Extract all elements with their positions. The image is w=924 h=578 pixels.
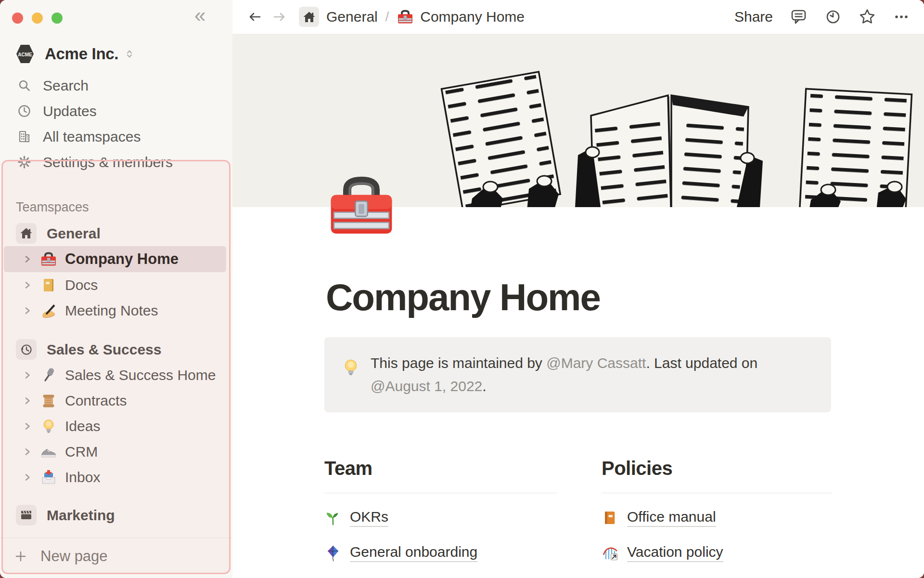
favorite-button[interactable] bbox=[859, 8, 876, 26]
minimize-button[interactable] bbox=[32, 13, 43, 24]
breadcrumb-page[interactable]: Company Home bbox=[397, 8, 525, 26]
divider bbox=[602, 493, 833, 493]
date-mention[interactable]: @August 1, 2022 bbox=[371, 378, 482, 394]
plus-icon bbox=[14, 550, 27, 563]
breadcrumb-teamspace[interactable]: General bbox=[326, 9, 378, 25]
lightbulb-icon bbox=[341, 357, 361, 378]
comment-icon bbox=[790, 9, 808, 25]
page-item-sales-success-home[interactable]: Sales & Success Home bbox=[0, 362, 232, 388]
more-options-button[interactable] bbox=[893, 9, 910, 25]
page-item-label: Docs bbox=[65, 277, 98, 293]
user-mention[interactable]: @Mary Cassatt bbox=[546, 355, 646, 371]
page-item-docs[interactable]: Docs bbox=[0, 272, 232, 298]
page-item-inbox[interactable]: Inbox bbox=[0, 464, 232, 490]
breadcrumb-page-label: Company Home bbox=[420, 9, 525, 25]
callout-text-segment: . bbox=[482, 378, 486, 394]
sidebar-item-label: Search bbox=[43, 78, 89, 94]
home-icon bbox=[303, 11, 316, 24]
breadcrumb: General / Company Home bbox=[247, 7, 525, 27]
back-button[interactable] bbox=[247, 10, 262, 24]
sneaker-icon bbox=[40, 443, 57, 460]
callout-block: This page is maintained by @Mary Cassatt… bbox=[324, 337, 831, 412]
team-column: Team OKRs bbox=[324, 458, 557, 578]
new-page-button[interactable]: New page bbox=[0, 542, 232, 570]
chevron-right-icon[interactable] bbox=[22, 395, 33, 406]
sidebar-item-updates[interactable]: Updates bbox=[0, 98, 232, 124]
teamspace-label: General bbox=[47, 225, 101, 242]
page-item-label: Ideas bbox=[65, 418, 100, 434]
page-link-label: OKRs bbox=[350, 509, 388, 527]
lightbulb-icon bbox=[40, 418, 57, 435]
sidebar-item-settings[interactable]: Settings & members bbox=[0, 149, 232, 175]
share-button[interactable]: Share bbox=[734, 9, 773, 25]
home-icon bbox=[16, 223, 37, 244]
comments-button[interactable] bbox=[790, 9, 808, 25]
page-item-crm[interactable]: CRM bbox=[0, 439, 232, 464]
clock-icon bbox=[17, 104, 32, 118]
sidebar-item-all-teamspaces[interactable]: All teamspaces bbox=[0, 124, 232, 149]
chevron-right-icon[interactable] bbox=[22, 305, 33, 316]
workspace-name: Acme Inc. bbox=[45, 45, 118, 63]
star-icon bbox=[859, 8, 876, 26]
gear-icon bbox=[17, 155, 32, 170]
zoom-button[interactable] bbox=[51, 13, 63, 24]
sidebar-item-label: Updates bbox=[43, 103, 97, 119]
sidebar: « ACME Acme Inc. Search bbox=[0, 0, 232, 578]
clock-icon bbox=[825, 9, 841, 25]
page-link-vacation-policy[interactable]: Vacation policy bbox=[602, 535, 833, 570]
sidebar-item-label: Settings & members bbox=[43, 154, 173, 171]
main-content: General / Company Home Share bbox=[232, 0, 924, 578]
teamspaces-section-label: Teamspaces bbox=[16, 200, 89, 215]
page-title: Company Home bbox=[326, 276, 600, 319]
seedling-icon bbox=[324, 509, 342, 526]
teamspace-general[interactable]: General bbox=[0, 221, 232, 246]
page-link-label: General onboarding bbox=[350, 544, 477, 562]
page-link-okrs[interactable]: OKRs bbox=[324, 500, 557, 535]
workspace-sort-icon bbox=[125, 49, 134, 59]
microphone-icon bbox=[40, 367, 57, 384]
page-link-whats-new[interactable]: What's new bbox=[324, 570, 557, 578]
acme-logo-icon: ACME bbox=[16, 44, 34, 64]
column-heading: Policies bbox=[602, 458, 833, 479]
page-link-office-manual[interactable]: Office manual bbox=[602, 500, 833, 535]
page-item-label: Company Home bbox=[65, 250, 179, 268]
page-item-label: Meeting Notes bbox=[65, 302, 158, 319]
page-link-label: Vacation policy bbox=[627, 544, 723, 562]
page-item-contracts[interactable]: Contracts bbox=[0, 388, 232, 413]
chevron-right-icon[interactable] bbox=[22, 472, 33, 483]
forward-button[interactable] bbox=[272, 10, 287, 24]
teamspace-marketing[interactable]: Marketing bbox=[0, 502, 232, 528]
sidebar-item-search[interactable]: Search bbox=[0, 73, 232, 98]
chevron-right-icon[interactable] bbox=[22, 254, 33, 264]
updates-history-button[interactable] bbox=[825, 9, 841, 25]
sidebar-collapse-icon[interactable]: « bbox=[194, 4, 205, 27]
search-icon bbox=[17, 78, 32, 93]
page-link-general-onboarding[interactable]: General onboarding bbox=[324, 535, 557, 570]
page-item-label: CRM bbox=[65, 444, 98, 460]
close-button[interactable] bbox=[12, 13, 23, 24]
page-item-label: Inbox bbox=[65, 469, 100, 486]
chevron-right-icon[interactable] bbox=[22, 370, 33, 381]
page-item-label: Contracts bbox=[65, 393, 127, 409]
orange-book-icon bbox=[602, 509, 619, 526]
sidebar-nav: Search Updates All teams bbox=[0, 73, 232, 175]
inbox-tray-icon bbox=[40, 469, 57, 486]
page-item-ideas[interactable]: Ideas bbox=[0, 413, 232, 439]
page-icon-toolbox[interactable] bbox=[325, 170, 398, 243]
chevron-right-icon[interactable] bbox=[22, 447, 33, 457]
workspace-switcher[interactable]: ACME Acme Inc. bbox=[16, 42, 134, 66]
notion-window: « ACME Acme Inc. Search bbox=[0, 0, 924, 578]
breadcrumb-separator: / bbox=[385, 10, 389, 25]
toolbox-icon bbox=[397, 8, 414, 26]
page-item-meeting-notes[interactable]: Meeting Notes bbox=[0, 298, 232, 323]
page-item-company-home[interactable]: Company Home bbox=[4, 246, 226, 272]
chevron-right-icon[interactable] bbox=[22, 421, 33, 432]
page-link-how-to-request-pto[interactable]: How to request PTO bbox=[602, 570, 833, 578]
breadcrumb-home-badge[interactable] bbox=[299, 7, 319, 27]
callout-text-segment: This page is maintained by bbox=[371, 355, 546, 371]
teamspace-sales-success[interactable]: Sales & Success bbox=[0, 337, 232, 362]
chevron-right-icon[interactable] bbox=[22, 280, 33, 290]
callout-text-segment: . Last updated on bbox=[646, 355, 761, 371]
ellipsis-icon bbox=[893, 9, 910, 25]
traffic-lights bbox=[12, 13, 63, 24]
